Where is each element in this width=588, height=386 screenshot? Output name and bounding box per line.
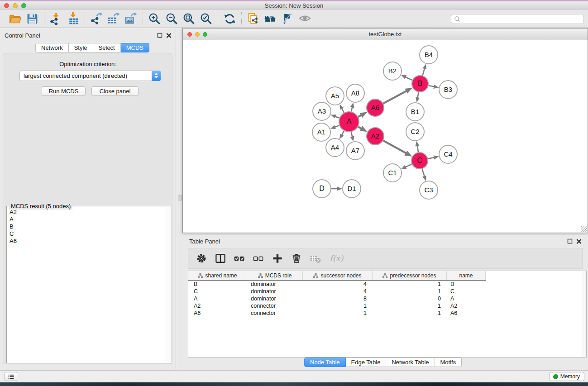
- add-button[interactable]: [270, 251, 285, 266]
- graph-edge: [342, 131, 344, 135]
- table-row[interactable]: Cdominator41C: [188, 288, 586, 295]
- graph-node-C3[interactable]: C3: [420, 181, 438, 199]
- graph-node-C1[interactable]: C1: [383, 164, 402, 182]
- graph-node-A3[interactable]: A3: [313, 102, 331, 120]
- column-header-mcds-role[interactable]: MCDS role: [247, 271, 303, 280]
- close-panel-icon[interactable]: [576, 238, 582, 244]
- column-header-successor-nodes[interactable]: successor nodes: [303, 271, 373, 280]
- column-header-predecessor-nodes[interactable]: predecessor nodes: [373, 271, 447, 280]
- table-row[interactable]: A6connector11A6: [188, 310, 586, 317]
- svg-text:C: C: [417, 157, 422, 164]
- float-panel-icon[interactable]: [157, 32, 163, 38]
- export-image-button[interactable]: [124, 12, 138, 26]
- criterion-dropdown[interactable]: largest connected component (directed): [19, 71, 161, 81]
- graph-node-A8[interactable]: A8: [346, 84, 364, 102]
- search-icon: [454, 16, 460, 22]
- import-network-button[interactable]: [49, 12, 63, 26]
- export-table-button[interactable]: [107, 12, 121, 26]
- column-type-icon: [313, 273, 318, 278]
- zoom-fit-button[interactable]: [182, 12, 196, 26]
- close-panel-icon[interactable]: [166, 32, 172, 38]
- export-network-button[interactable]: [90, 12, 104, 26]
- float-panel-icon[interactable]: [567, 238, 573, 244]
- network-minimize-button[interactable]: [195, 32, 200, 37]
- zoom-selected-button[interactable]: [199, 12, 213, 26]
- panel-splitter-handle[interactable]: [178, 195, 182, 200]
- zoom-out-button[interactable]: [165, 12, 179, 26]
- graph-node-C2[interactable]: C2: [406, 123, 424, 141]
- tab-select[interactable]: Select: [93, 43, 121, 52]
- tab-edge-table[interactable]: Edge Table: [346, 357, 387, 367]
- search-box[interactable]: [451, 14, 584, 24]
- tab-network-table[interactable]: Network Table: [386, 357, 435, 367]
- search-input[interactable]: [460, 15, 583, 23]
- graph-node-C[interactable]: C: [411, 152, 428, 169]
- network-close-button[interactable]: [187, 32, 192, 37]
- tab-network[interactable]: Network: [35, 43, 69, 52]
- tab-style[interactable]: Style: [69, 43, 93, 52]
- column-header-shared-name[interactable]: shared name: [188, 271, 247, 280]
- svg-text:B1: B1: [411, 108, 419, 115]
- graph-node-A6[interactable]: A6: [367, 99, 384, 116]
- mcds-result-item[interactable]: A2: [10, 209, 165, 216]
- svg-text:A4: A4: [331, 143, 339, 151]
- graph-node-B4[interactable]: B4: [420, 46, 438, 64]
- delete-button[interactable]: [289, 251, 304, 266]
- graph-node-B2[interactable]: B2: [383, 62, 402, 80]
- graph-node-B3[interactable]: B3: [439, 81, 457, 99]
- graph-edge: [429, 86, 435, 87]
- toggle-flags-button[interactable]: [281, 12, 295, 26]
- zoom-in-button[interactable]: [148, 12, 162, 26]
- network-zoom-button[interactable]: [203, 32, 207, 37]
- column-header-name[interactable]: name: [447, 271, 486, 280]
- deselect-all-button[interactable]: [251, 251, 266, 266]
- import-table-icon: [67, 12, 80, 25]
- graph-node-B[interactable]: B: [412, 76, 428, 92]
- graph-node-A1[interactable]: A1: [312, 123, 330, 141]
- table-row[interactable]: Bdominator41B: [188, 281, 586, 288]
- graph-node-A4[interactable]: A4: [326, 138, 344, 157]
- tab-motifs[interactable]: Motifs: [435, 357, 462, 367]
- task-history-button[interactable]: [5, 372, 17, 381]
- table-scrollbar[interactable]: [582, 271, 586, 357]
- import-table-button[interactable]: [66, 12, 80, 26]
- graph-node-A5[interactable]: A5: [326, 87, 344, 105]
- table-row[interactable]: Adominator80A: [188, 295, 586, 302]
- mcds-result-item[interactable]: B: [10, 223, 165, 230]
- save-session-button[interactable]: [25, 12, 39, 26]
- home-button[interactable]: [263, 12, 277, 26]
- table-settings-button[interactable]: [194, 251, 209, 266]
- mcds-result-box: MCDS result (5 nodes) A2ABCA6: [6, 206, 172, 363]
- graph-node-D[interactable]: D: [313, 180, 331, 198]
- graph-edge-arrowhead: [433, 156, 439, 160]
- network-graph[interactable]: B4B2BB3A5A8A6A3B1AA1C2A2A4A7CC4C1C3DD1: [183, 40, 588, 233]
- network-canvas[interactable]: B4B2BB3A5A8A6A3B1AA1C2A2A4A7CC4C1C3DD1: [183, 40, 588, 233]
- delete-icon: [290, 252, 303, 265]
- graph-node-B1[interactable]: B1: [406, 103, 424, 121]
- mcds-result-item[interactable]: A: [10, 216, 165, 223]
- tab-node-table[interactable]: Node Table: [304, 357, 346, 367]
- graph-node-A7[interactable]: A7: [346, 142, 364, 160]
- run-mcds-button[interactable]: Run MCDS: [42, 86, 86, 96]
- graph-node-C4[interactable]: C4: [439, 145, 457, 163]
- mcds-result-item[interactable]: C: [10, 230, 165, 238]
- graph-node-A2[interactable]: A2: [367, 128, 384, 145]
- table-row[interactable]: A2connector11A2: [188, 302, 586, 310]
- select-all-button[interactable]: [232, 251, 247, 266]
- open-session-button[interactable]: [8, 12, 22, 26]
- result-scrollbar[interactable]: [166, 207, 171, 362]
- tab-mcds[interactable]: MCDS: [121, 43, 149, 52]
- graph-node-A[interactable]: A: [339, 112, 359, 132]
- control-panel-tabs: NetworkStyleSelectMCDS: [35, 43, 149, 52]
- graph-node-D1[interactable]: D1: [343, 180, 361, 198]
- zoom-fit-icon: [182, 12, 196, 25]
- table-cell: 4: [303, 281, 373, 287]
- new-network-from-selection-button[interactable]: [246, 12, 260, 26]
- memory-button[interactable]: Memory: [550, 372, 584, 381]
- window-resize-grip[interactable]: [581, 226, 587, 232]
- close-panel-button[interactable]: Close panel: [91, 86, 139, 96]
- table-cell: C: [188, 288, 247, 295]
- column-view-button[interactable]: [213, 251, 228, 266]
- mcds-result-item[interactable]: A6: [10, 238, 165, 245]
- refresh-button[interactable]: [223, 12, 237, 26]
